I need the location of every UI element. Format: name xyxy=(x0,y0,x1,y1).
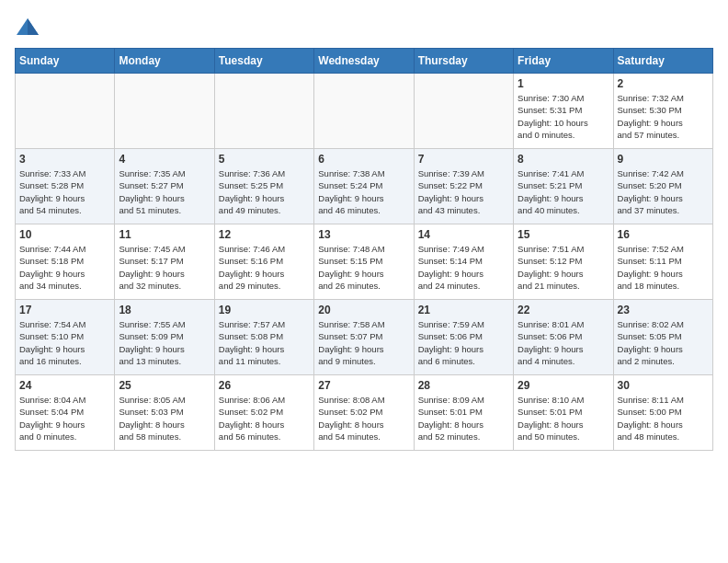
calendar-cell: 29Sunrise: 8:10 AM Sunset: 5:01 PM Dayli… xyxy=(514,375,613,451)
calendar-cell: 25Sunrise: 8:05 AM Sunset: 5:03 PM Dayli… xyxy=(115,375,214,451)
cell-text: Sunrise: 7:44 AM Sunset: 5:18 PM Dayligh… xyxy=(19,243,110,292)
cell-text: Sunrise: 8:10 AM Sunset: 5:01 PM Dayligh… xyxy=(518,394,609,442)
weekday-header-wednesday: Wednesday xyxy=(314,49,414,74)
calendar-cell: 22Sunrise: 8:01 AM Sunset: 5:06 PM Dayli… xyxy=(514,300,613,375)
calendar-cell: 3Sunrise: 7:33 AM Sunset: 5:28 PM Daylig… xyxy=(16,149,115,224)
cell-text: Sunrise: 7:36 AM Sunset: 5:25 PM Dayligh… xyxy=(219,167,310,216)
day-number: 30 xyxy=(618,379,709,392)
calendar-week-row: 3Sunrise: 7:33 AM Sunset: 5:28 PM Daylig… xyxy=(16,149,713,224)
cell-text: Sunrise: 7:57 AM Sunset: 5:08 PM Dayligh… xyxy=(219,318,310,367)
cell-text: Sunrise: 7:59 AM Sunset: 5:06 PM Dayligh… xyxy=(418,318,509,367)
day-number: 18 xyxy=(119,304,210,316)
day-number: 23 xyxy=(618,304,709,316)
page-header xyxy=(15,15,713,40)
day-number: 3 xyxy=(19,153,110,166)
calendar-cell: 24Sunrise: 8:04 AM Sunset: 5:04 PM Dayli… xyxy=(16,375,115,451)
cell-text: Sunrise: 7:38 AM Sunset: 5:24 PM Dayligh… xyxy=(318,167,409,216)
calendar-week-row: 17Sunrise: 7:54 AM Sunset: 5:10 PM Dayli… xyxy=(16,300,713,375)
calendar-cell xyxy=(115,74,214,149)
weekday-header-thursday: Thursday xyxy=(414,49,513,74)
day-number: 26 xyxy=(219,379,310,392)
calendar-cell: 7Sunrise: 7:39 AM Sunset: 5:22 PM Daylig… xyxy=(414,149,513,224)
calendar-cell: 11Sunrise: 7:45 AM Sunset: 5:17 PM Dayli… xyxy=(115,224,214,300)
day-number: 6 xyxy=(318,153,409,166)
cell-text: Sunrise: 8:06 AM Sunset: 5:02 PM Dayligh… xyxy=(219,394,310,442)
logo xyxy=(15,15,44,40)
calendar-week-row: 1Sunrise: 7:30 AM Sunset: 5:31 PM Daylig… xyxy=(16,74,713,149)
day-number: 7 xyxy=(418,153,509,166)
cell-text: Sunrise: 7:35 AM Sunset: 5:27 PM Dayligh… xyxy=(119,167,210,216)
cell-text: Sunrise: 7:30 AM Sunset: 5:31 PM Dayligh… xyxy=(518,92,609,141)
svg-marker-1 xyxy=(28,18,39,35)
calendar-cell: 2Sunrise: 7:32 AM Sunset: 5:30 PM Daylig… xyxy=(613,74,712,149)
calendar-cell: 19Sunrise: 7:57 AM Sunset: 5:08 PM Dayli… xyxy=(214,300,313,375)
day-number: 5 xyxy=(219,153,310,166)
cell-text: Sunrise: 7:39 AM Sunset: 5:22 PM Dayligh… xyxy=(418,167,509,216)
calendar-cell: 9Sunrise: 7:42 AM Sunset: 5:20 PM Daylig… xyxy=(613,149,712,224)
calendar-week-row: 24Sunrise: 8:04 AM Sunset: 5:04 PM Dayli… xyxy=(16,375,713,451)
cell-text: Sunrise: 7:33 AM Sunset: 5:28 PM Dayligh… xyxy=(19,167,110,216)
calendar-cell: 6Sunrise: 7:38 AM Sunset: 5:24 PM Daylig… xyxy=(314,149,414,224)
calendar-cell: 20Sunrise: 7:58 AM Sunset: 5:07 PM Dayli… xyxy=(314,300,414,375)
calendar-cell xyxy=(16,74,115,149)
calendar-table: SundayMondayTuesdayWednesdayThursdayFrid… xyxy=(15,48,713,451)
calendar-cell: 14Sunrise: 7:49 AM Sunset: 5:14 PM Dayli… xyxy=(414,224,513,300)
day-number: 10 xyxy=(19,228,110,241)
day-number: 1 xyxy=(518,77,609,90)
cell-text: Sunrise: 8:09 AM Sunset: 5:01 PM Dayligh… xyxy=(418,394,509,442)
cell-text: Sunrise: 7:45 AM Sunset: 5:17 PM Dayligh… xyxy=(119,243,210,292)
weekday-header-saturday: Saturday xyxy=(613,49,712,74)
calendar-cell: 26Sunrise: 8:06 AM Sunset: 5:02 PM Dayli… xyxy=(214,375,313,451)
calendar-header-row: SundayMondayTuesdayWednesdayThursdayFrid… xyxy=(16,49,713,74)
day-number: 16 xyxy=(618,228,709,241)
day-number: 11 xyxy=(119,228,210,241)
calendar-cell: 5Sunrise: 7:36 AM Sunset: 5:25 PM Daylig… xyxy=(214,149,313,224)
calendar-cell: 8Sunrise: 7:41 AM Sunset: 5:21 PM Daylig… xyxy=(514,149,613,224)
calendar-cell: 16Sunrise: 7:52 AM Sunset: 5:11 PM Dayli… xyxy=(613,224,712,300)
cell-text: Sunrise: 7:51 AM Sunset: 5:12 PM Dayligh… xyxy=(518,243,609,292)
calendar-cell: 30Sunrise: 8:11 AM Sunset: 5:00 PM Dayli… xyxy=(613,375,712,451)
logo-icon xyxy=(15,15,40,40)
day-number: 9 xyxy=(618,153,709,166)
calendar-cell: 13Sunrise: 7:48 AM Sunset: 5:15 PM Dayli… xyxy=(314,224,414,300)
day-number: 13 xyxy=(318,228,409,241)
day-number: 15 xyxy=(518,228,609,241)
calendar-cell: 1Sunrise: 7:30 AM Sunset: 5:31 PM Daylig… xyxy=(514,74,613,149)
weekday-header-friday: Friday xyxy=(514,49,613,74)
day-number: 28 xyxy=(418,379,509,392)
cell-text: Sunrise: 7:58 AM Sunset: 5:07 PM Dayligh… xyxy=(318,318,409,367)
cell-text: Sunrise: 7:49 AM Sunset: 5:14 PM Dayligh… xyxy=(418,243,509,292)
day-number: 17 xyxy=(19,304,110,316)
cell-text: Sunrise: 8:05 AM Sunset: 5:03 PM Dayligh… xyxy=(119,394,210,442)
calendar-week-row: 10Sunrise: 7:44 AM Sunset: 5:18 PM Dayli… xyxy=(16,224,713,300)
cell-text: Sunrise: 7:32 AM Sunset: 5:30 PM Dayligh… xyxy=(618,92,709,141)
cell-text: Sunrise: 7:52 AM Sunset: 5:11 PM Dayligh… xyxy=(618,243,709,292)
day-number: 29 xyxy=(518,379,609,392)
weekday-header-sunday: Sunday xyxy=(16,49,115,74)
day-number: 22 xyxy=(518,304,609,316)
day-number: 27 xyxy=(318,379,409,392)
day-number: 8 xyxy=(518,153,609,166)
cell-text: Sunrise: 8:02 AM Sunset: 5:05 PM Dayligh… xyxy=(618,318,709,367)
day-number: 14 xyxy=(418,228,509,241)
calendar-cell: 17Sunrise: 7:54 AM Sunset: 5:10 PM Dayli… xyxy=(16,300,115,375)
weekday-header-monday: Monday xyxy=(115,49,214,74)
day-number: 24 xyxy=(19,379,110,392)
calendar-cell: 10Sunrise: 7:44 AM Sunset: 5:18 PM Dayli… xyxy=(16,224,115,300)
calendar-cell: 27Sunrise: 8:08 AM Sunset: 5:02 PM Dayli… xyxy=(314,375,414,451)
calendar-cell: 18Sunrise: 7:55 AM Sunset: 5:09 PM Dayli… xyxy=(115,300,214,375)
calendar-cell: 12Sunrise: 7:46 AM Sunset: 5:16 PM Dayli… xyxy=(214,224,313,300)
calendar-cell: 28Sunrise: 8:09 AM Sunset: 5:01 PM Dayli… xyxy=(414,375,513,451)
cell-text: Sunrise: 8:08 AM Sunset: 5:02 PM Dayligh… xyxy=(318,394,409,442)
calendar-cell: 4Sunrise: 7:35 AM Sunset: 5:27 PM Daylig… xyxy=(115,149,214,224)
cell-text: Sunrise: 7:46 AM Sunset: 5:16 PM Dayligh… xyxy=(219,243,310,292)
cell-text: Sunrise: 8:04 AM Sunset: 5:04 PM Dayligh… xyxy=(19,394,110,442)
day-number: 25 xyxy=(119,379,210,392)
calendar-cell xyxy=(214,74,313,149)
calendar-cell: 15Sunrise: 7:51 AM Sunset: 5:12 PM Dayli… xyxy=(514,224,613,300)
cell-text: Sunrise: 8:11 AM Sunset: 5:00 PM Dayligh… xyxy=(618,394,709,442)
cell-text: Sunrise: 7:48 AM Sunset: 5:15 PM Dayligh… xyxy=(318,243,409,292)
weekday-header-tuesday: Tuesday xyxy=(214,49,313,74)
calendar-cell xyxy=(314,74,414,149)
cell-text: Sunrise: 7:42 AM Sunset: 5:20 PM Dayligh… xyxy=(618,167,709,216)
